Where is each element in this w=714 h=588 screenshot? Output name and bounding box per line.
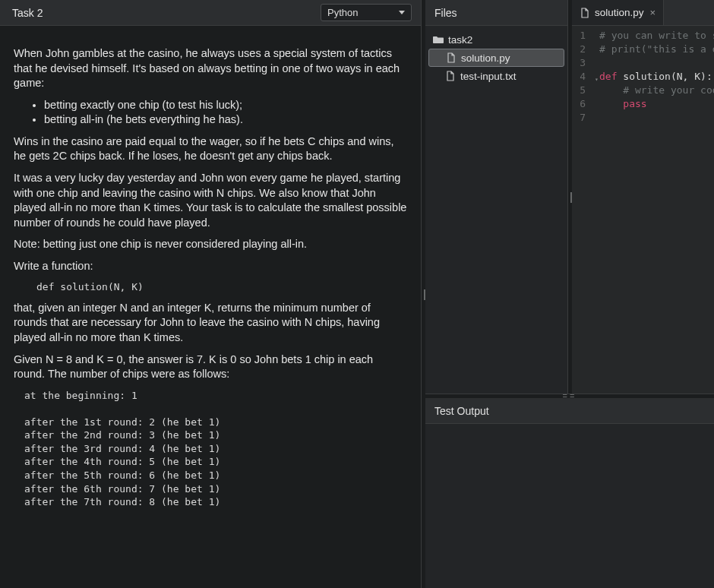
problem-bullet: betting exactly one chip (to test his lu… [44, 98, 407, 113]
problem-signature: def solution(N, K) [36, 280, 407, 294]
problem-bullet: betting all-in (he bets everything he ha… [44, 112, 407, 128]
file-row-solution[interactable]: solution.py [428, 49, 564, 67]
folder-label: task2 [448, 34, 472, 46]
editor-tab-bar: solution.py × [572, 0, 714, 26]
folder-icon [433, 34, 444, 45]
problem-example: at the beginning: 1 after the 1st round:… [24, 389, 407, 509]
file-icon [446, 52, 457, 63]
problem-body: When John gambles at the casino, he alwa… [0, 26, 421, 588]
problem-paragraph: It was a very lucky day yesterday and Jo… [14, 171, 407, 230]
close-icon[interactable]: × [649, 7, 658, 18]
output-header: Test Output [425, 398, 714, 424]
language-dropdown[interactable]: Python [321, 4, 412, 21]
problem-scroll[interactable]: When John gambles at the casino, he alwa… [0, 26, 421, 588]
file-row-testinput[interactable]: test-input.txt [428, 67, 564, 85]
grip-icon: || [423, 288, 424, 300]
file-tree: task2 solution.py test-input.txt [425, 26, 567, 90]
grip-icon: || [570, 191, 570, 203]
editor-gutter: 1234567 [572, 26, 593, 394]
problem-paragraph: Given N = 8 and K = 0, the answer is 7. … [14, 352, 407, 382]
problem-paragraph: When John gambles at the casino, he alwa… [14, 46, 407, 91]
output-body[interactable] [425, 424, 714, 588]
editor-panel: solution.py × 1234567 # you can write to… [572, 0, 714, 394]
problem-paragraph: that, given an integer N and an integer … [14, 301, 407, 346]
editor-code[interactable]: # you can write to sto# print("this is a… [593, 26, 714, 394]
file-label: solution.py [461, 52, 510, 64]
files-header: Files [425, 0, 567, 26]
task-title: Task 2 [12, 7, 43, 19]
folder-row[interactable]: task2 [428, 30, 564, 49]
file-icon [445, 71, 456, 81]
file-label: test-input.txt [460, 71, 517, 82]
right-column: Files task2 solution.py [425, 0, 714, 588]
problem-paragraph: Note: betting just one chip is never con… [14, 237, 407, 252]
language-dropdown-label: Python [327, 7, 358, 18]
caret-down-icon [399, 11, 405, 14]
output-panel: Test Output [425, 398, 714, 588]
editor-tab[interactable]: solution.py × [572, 0, 664, 25]
problem-header: Task 2 Python [0, 0, 421, 26]
fold-icon[interactable]: ▾ [595, 73, 599, 87]
right-top: Files task2 solution.py [425, 0, 714, 394]
files-panel: Files task2 solution.py [425, 0, 568, 394]
problem-bullets: betting exactly one chip (to test his lu… [44, 98, 407, 128]
editor-tab-label: solution.py [595, 7, 644, 18]
file-icon [580, 8, 590, 18]
vertical-splitter[interactable]: || [422, 0, 425, 588]
problem-paragraph: Write a function: [14, 259, 407, 274]
problem-panel: Task 2 Python When John gambles at the c… [0, 0, 422, 588]
problem-paragraph: Wins in the casino are paid equal to the… [14, 134, 407, 164]
editor-body[interactable]: 1234567 # you can write to sto# print("t… [572, 26, 714, 394]
